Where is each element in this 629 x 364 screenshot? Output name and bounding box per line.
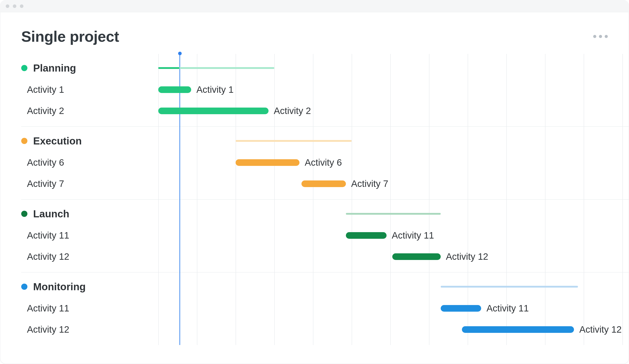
phase-block-planning: PlanningActivity 1Activity 1Activity 2Ac… [21, 54, 629, 126]
activity-label: Activity 12 [21, 324, 158, 335]
page-title: Single project [21, 28, 119, 45]
phase-block-monitoring: MonitoringActivity 11Activity 11Activity… [21, 272, 629, 345]
activity-name: Activity 6 [27, 157, 64, 168]
activity-track: Activity 12 [158, 246, 629, 267]
more-menu-button[interactable] [593, 35, 608, 38]
activity-label: Activity 7 [21, 178, 158, 189]
phase-summary-bar[interactable] [441, 286, 578, 288]
activity-bar[interactable] [302, 180, 346, 187]
traffic-light-icon [20, 4, 23, 8]
activity-bar[interactable] [158, 86, 191, 93]
phase-summary-bar[interactable] [158, 67, 274, 69]
traffic-light-icon [6, 4, 9, 8]
activity-bar-label: Activity 11 [392, 230, 434, 241]
activity-name: Activity 12 [27, 251, 69, 262]
phase-summary-track [158, 130, 629, 152]
gantt-timeline: PlanningActivity 1Activity 1Activity 2Ac… [0, 54, 629, 345]
phase-color-icon [21, 211, 27, 217]
activity-bar[interactable] [236, 159, 300, 166]
phase-label: Monitoring [21, 281, 158, 293]
activity-name: Activity 11 [27, 230, 69, 241]
activity-row[interactable]: Activity 2Activity 2 [21, 100, 629, 121]
phase-summary-track [158, 57, 629, 79]
activity-track: Activity 11 [158, 298, 629, 319]
activity-bar[interactable] [462, 326, 574, 333]
phase-name: Execution [33, 135, 82, 147]
phase-row[interactable]: Monitoring [21, 276, 629, 298]
ellipsis-icon [605, 35, 608, 38]
phase-name: Launch [33, 208, 69, 220]
activity-label: Activity 11 [21, 230, 158, 241]
activity-track: Activity 6 [158, 152, 629, 173]
titlebar [0, 0, 629, 12]
phase-color-icon [21, 65, 27, 71]
activity-bar[interactable] [346, 232, 387, 239]
activity-row[interactable]: Activity 6Activity 6 [21, 152, 629, 173]
activity-bar[interactable] [158, 108, 269, 114]
phase-color-icon [21, 138, 27, 144]
phase-summary-track [158, 276, 629, 298]
activity-bar-label: Activity 12 [579, 324, 622, 335]
phase-block-execution: ExecutionActivity 6Activity 6Activity 7A… [21, 126, 629, 199]
activity-bar-label: Activity 1 [196, 84, 234, 95]
phase-name: Monitoring [33, 281, 86, 293]
activity-label: Activity 2 [21, 106, 158, 116]
phase-summary-track [158, 203, 629, 225]
activity-label: Activity 11 [21, 303, 158, 314]
activity-label: Activity 12 [21, 251, 158, 262]
activity-name: Activity 2 [27, 106, 64, 116]
activity-label: Activity 6 [21, 157, 158, 168]
activity-track: Activity 12 [158, 319, 629, 340]
activity-label: Activity 1 [21, 84, 158, 95]
ellipsis-icon [599, 35, 602, 38]
header: Single project [0, 12, 629, 54]
phase-label: Launch [21, 208, 158, 220]
traffic-light-icon [13, 4, 16, 8]
activity-row[interactable]: Activity 11Activity 11 [21, 225, 629, 246]
phase-label: Planning [21, 62, 158, 74]
activity-row[interactable]: Activity 7Activity 7 [21, 173, 629, 194]
activity-bar-label: Activity 12 [446, 251, 488, 262]
activity-track: Activity 2 [158, 100, 629, 121]
content: Single project PlanningActivity 1Activit… [0, 12, 629, 345]
activity-row[interactable]: Activity 12Activity 12 [21, 246, 629, 267]
activity-row[interactable]: Activity 1Activity 1 [21, 79, 629, 100]
phase-row[interactable]: Planning [21, 57, 629, 79]
activity-row[interactable]: Activity 12Activity 12 [21, 319, 629, 340]
activity-name: Activity 11 [27, 303, 69, 314]
activity-bar-label: Activity 11 [486, 303, 529, 314]
activity-track: Activity 1 [158, 79, 629, 100]
phase-color-icon [21, 284, 27, 290]
ellipsis-icon [593, 35, 596, 38]
phase-row[interactable]: Launch [21, 203, 629, 225]
phase-label: Execution [21, 135, 158, 147]
activity-bar-label: Activity 7 [351, 178, 388, 189]
activity-bar-label: Activity 2 [274, 106, 311, 116]
phase-summary-bar[interactable] [236, 140, 352, 142]
activity-track: Activity 7 [158, 173, 629, 194]
app-window: Single project PlanningActivity 1Activit… [0, 0, 629, 364]
phase-row[interactable]: Execution [21, 130, 629, 152]
activity-name: Activity 12 [27, 324, 69, 335]
activity-bar[interactable] [441, 305, 481, 312]
phase-name: Planning [33, 62, 76, 74]
activity-name: Activity 1 [27, 84, 64, 95]
phase-summary-bar[interactable] [346, 213, 441, 215]
activity-bar-label: Activity 6 [305, 157, 342, 168]
activity-track: Activity 11 [158, 225, 629, 246]
activity-bar[interactable] [392, 253, 441, 260]
activity-row[interactable]: Activity 11Activity 11 [21, 298, 629, 319]
activity-name: Activity 7 [27, 178, 64, 189]
phase-block-launch: LaunchActivity 11Activity 11Activity 12A… [21, 199, 629, 272]
